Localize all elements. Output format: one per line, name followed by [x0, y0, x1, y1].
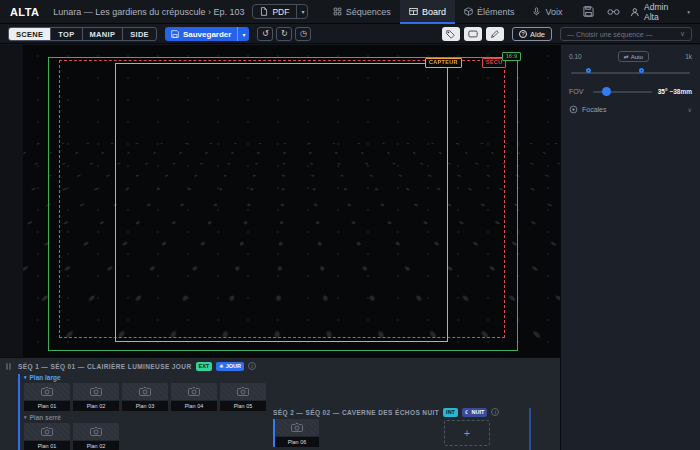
- view-side-button[interactable]: SIDE: [123, 28, 156, 40]
- nav-label: Éléments: [477, 7, 515, 17]
- save-caret-button[interactable]: ▾: [237, 27, 249, 41]
- group-plan-large[interactable]: ▾ Plan large: [24, 374, 270, 381]
- group-plan-serre[interactable]: ▾ Plan serré: [24, 414, 270, 421]
- fov-handle[interactable]: [602, 87, 611, 96]
- pdf-export-button[interactable]: PDF ▾: [252, 4, 307, 19]
- shots-row: Plan 06 +: [273, 419, 545, 447]
- tag-tool-button[interactable]: [442, 27, 460, 41]
- nav-board[interactable]: Board: [400, 0, 455, 24]
- chevron-down-icon: ∨: [680, 30, 685, 38]
- shot-thumbnail: [24, 383, 70, 400]
- sequence-block-2: SÉQ 2 — SÉQ 02 — CAVERNE DES ÉCHOS NUIT …: [273, 408, 545, 450]
- fov-slider[interactable]: [593, 87, 652, 96]
- shot-card-selected[interactable]: Plan 06: [273, 419, 319, 447]
- shot-thumbnail: [73, 423, 119, 440]
- view-switcher: SCENE TOP MANIP SIDE: [8, 27, 157, 41]
- shot-thumbnail: [275, 419, 319, 436]
- sequence-select[interactable]: — Choisir une séquence — ∨: [560, 27, 692, 41]
- sequence-title: SÉQ 1 — SÉQ 01 — CLAIRIÈRE LUMINEUSE JOU…: [18, 363, 192, 370]
- shot-label: Plan 02: [73, 401, 119, 411]
- nav-sequences[interactable]: Séquences: [324, 0, 400, 24]
- camera-icon: [291, 423, 303, 432]
- save-icon: [171, 30, 179, 38]
- shot-card[interactable]: Plan 03: [122, 383, 168, 411]
- camera-icon: [139, 387, 151, 396]
- nav-label: Séquences: [346, 7, 391, 17]
- redo-button[interactable]: ↻: [276, 27, 292, 41]
- sequence-select-value: — Choisir une séquence —: [567, 31, 653, 38]
- shots-row: Plan 01 Plan 02 Plan 03 Plan 04 Plan 05: [24, 383, 270, 411]
- autosave-button[interactable]: [579, 4, 596, 20]
- sequence-info-button[interactable]: i: [248, 362, 256, 370]
- add-shot-button[interactable]: +: [444, 420, 490, 446]
- help-icon: ?: [519, 30, 527, 38]
- app-logo: ALTA: [10, 6, 39, 18]
- user-menu[interactable]: Admin Alta ▾: [630, 2, 690, 22]
- microphone-icon: [532, 7, 541, 16]
- nav-elements[interactable]: Éléments: [455, 0, 524, 24]
- rounded-rect-icon: [468, 30, 478, 38]
- sun-icon: ☀: [219, 364, 223, 369]
- shots-row: Plan 01 Plan 02: [24, 423, 270, 450]
- frame-tool-button[interactable]: [464, 27, 482, 41]
- pdf-caret-button[interactable]: ▾: [296, 5, 307, 18]
- shot-label: Plan 03: [122, 401, 168, 411]
- user-name: Admin Alta: [644, 2, 683, 22]
- view-scene-button[interactable]: SCENE: [9, 28, 51, 40]
- jour-badge: ☀JOUR: [216, 362, 244, 371]
- shot-label: Plan 05: [220, 401, 266, 411]
- help-button[interactable]: ? Aide: [512, 27, 552, 41]
- view-manip-button[interactable]: MANIP: [83, 28, 124, 40]
- shot-label: Plan 01: [24, 401, 70, 411]
- sensor-frame: [115, 63, 448, 342]
- panel-scrollbar-thumb[interactable]: [529, 408, 531, 450]
- shot-card[interactable]: Plan 02: [73, 423, 119, 450]
- shot-label: Plan 01: [24, 441, 70, 450]
- user-avatar-icon: [630, 7, 640, 17]
- sequence-info-button[interactable]: i: [491, 408, 499, 416]
- viewport-3d[interactable]: CAPTEUR SÉCU 16:9: [23, 45, 560, 357]
- shot-thumbnail: [171, 383, 217, 400]
- camera-icon: [41, 427, 53, 436]
- chevron-down-icon: ∨: [688, 106, 692, 113]
- caret-down-icon: ▾: [24, 374, 27, 380]
- shot-card[interactable]: Plan 02: [73, 383, 119, 411]
- shot-card[interactable]: Plan 01: [24, 423, 70, 450]
- pen-icon: [490, 30, 499, 39]
- undo-button[interactable]: ↺: [257, 27, 273, 41]
- history-button[interactable]: ◷: [295, 27, 311, 41]
- inspector-panel: 0.10 ⇄ Auto 1k FOV 35° ~38mm Focales ∨: [560, 45, 700, 450]
- ext-badge: EXT: [196, 362, 213, 371]
- caret-down-icon: ▾: [24, 414, 27, 420]
- fov-label: FOV: [569, 88, 587, 95]
- fov-degrees-value: 35°: [658, 88, 668, 95]
- save-split-button[interactable]: Sauvegarder ▾: [165, 27, 249, 41]
- auto-range-button[interactable]: ⇄ Auto: [618, 51, 649, 62]
- stage: CAPTEUR SÉCU 16:9: [0, 45, 560, 357]
- shot-card[interactable]: Plan 04: [171, 383, 217, 411]
- nav-voix[interactable]: Voix: [523, 0, 571, 24]
- cube-icon: [464, 7, 473, 16]
- focales-section-toggle[interactable]: Focales ∨: [569, 105, 692, 114]
- range-max-label: 1k: [685, 53, 692, 60]
- pen-tool-button[interactable]: [486, 27, 504, 41]
- shot-thumbnail: [220, 383, 266, 400]
- board-panel: SÉQ 1 — SÉQ 01 — CLAIRIÈRE LUMINEUSE JOU…: [0, 357, 560, 450]
- clip-range-slider[interactable]: [569, 68, 692, 79]
- pdf-label: PDF: [272, 7, 289, 17]
- panel-drag-handle[interactable]: [6, 363, 11, 370]
- top-bar: ALTA Lunara — Les gardiens du crépuscule…: [0, 0, 700, 24]
- glasses-icon: [607, 8, 620, 16]
- sequence-block-1: SÉQ 1 — SÉQ 01 — CLAIRIÈRE LUMINEUSE JOU…: [18, 362, 270, 450]
- view-top-button[interactable]: TOP: [51, 28, 82, 40]
- format-label: 16:9: [502, 52, 521, 61]
- camera-icon: [90, 387, 102, 396]
- shot-card[interactable]: Plan 05: [220, 383, 266, 411]
- shot-thumbnail: [24, 423, 70, 440]
- shot-groups: ▾ Plan large Plan 01 Plan 02 Plan 03: [18, 374, 270, 450]
- account-status-button[interactable]: [605, 4, 622, 20]
- history-controls: ↺ ↻ ◷: [257, 27, 311, 41]
- pdf-document-icon: [260, 7, 268, 16]
- shot-card[interactable]: Plan 01: [24, 383, 70, 411]
- int-badge: INT: [443, 408, 458, 417]
